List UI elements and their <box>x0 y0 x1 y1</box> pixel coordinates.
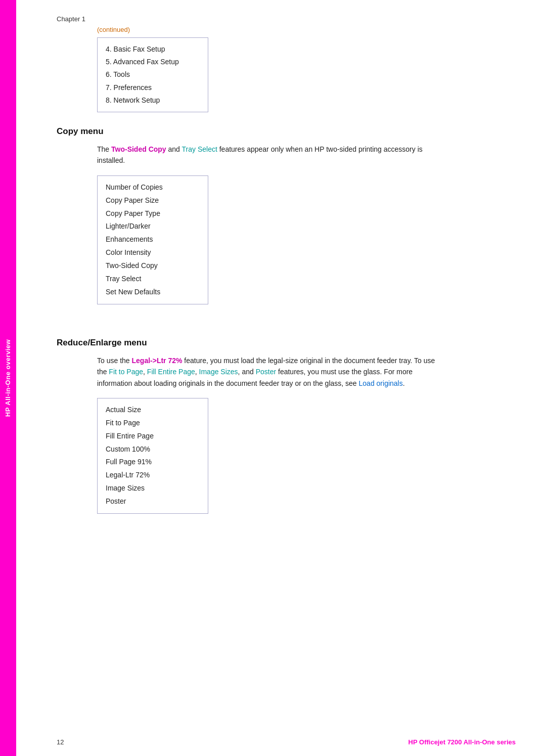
sidebar-tab-text: HP All-in-One overview <box>5 339 12 417</box>
intro-plain-1: The <box>97 145 111 153</box>
tray-select-highlight: Tray Select <box>182 145 217 153</box>
page-container: HP All-in-One overview Chapter 1 (contin… <box>0 0 546 756</box>
list-item: Poster <box>106 495 200 508</box>
list-item: Number of Copies <box>106 181 200 194</box>
list-item: 8. Network Setup <box>106 94 200 107</box>
list-item: Tray Select <box>106 273 200 286</box>
list-item: Lighter/Darker <box>106 220 200 233</box>
intro-plain-3: , <box>143 368 147 376</box>
list-item: Actual Size <box>106 404 200 417</box>
image-sizes-highlight: Image Sizes <box>199 368 238 376</box>
fill-entire-page-highlight: Fill Entire Page <box>147 368 195 376</box>
intro-plain-5: , and <box>238 368 256 376</box>
sidebar-tab: HP All-in-One overview <box>0 0 16 756</box>
continued-label: (continued) <box>97 26 516 33</box>
numbered-list: 4. Basic Fax Setup 5. Advanced Fax Setup… <box>106 43 200 107</box>
copy-menu-list-box: Number of Copies Copy Paper Size Copy Pa… <box>97 175 208 304</box>
intro-plain-4: , <box>195 368 199 376</box>
copy-menu-heading: Copy menu <box>57 126 516 137</box>
list-item: Two-Sided Copy <box>106 259 200 273</box>
poster-highlight: Poster <box>256 368 276 376</box>
list-item: Legal-Ltr 72% <box>106 469 200 482</box>
main-content: Chapter 1 (continued) 4. Basic Fax Setup… <box>16 0 546 577</box>
list-item: Image Sizes <box>106 482 200 495</box>
intro-plain-2: and <box>166 145 182 153</box>
footer-product-name: HP Officejet 7200 All-in-One series <box>408 738 516 746</box>
fit-to-page-highlight: Fit to Page <box>109 368 143 376</box>
list-item: Fill Entire Page <box>106 430 200 443</box>
list-item: Custom 100% <box>106 443 200 456</box>
list-item: Full Page 91% <box>106 456 200 469</box>
reduce-enlarge-menu-section: Reduce/Enlarge menu To use the Legal->Lt… <box>57 338 516 532</box>
intro-plain-1: To use the <box>97 357 132 365</box>
copy-menu-list: Number of Copies Copy Paper Size Copy Pa… <box>106 181 200 299</box>
list-item: Set New Defaults <box>106 286 200 299</box>
footer: 12 HP Officejet 7200 All-in-One series <box>16 738 546 746</box>
chapter-label: Chapter 1 <box>57 15 516 23</box>
reduce-enlarge-heading: Reduce/Enlarge menu <box>57 338 516 348</box>
list-item: 7. Preferences <box>106 81 200 94</box>
list-item: 6. Tools <box>106 68 200 81</box>
reduce-enlarge-list: Actual Size Fit to Page Fill Entire Page… <box>106 404 200 508</box>
load-originals-link[interactable]: Load originals <box>359 379 403 387</box>
intro-plain-7: . <box>403 379 405 387</box>
list-item: Enhancements <box>106 233 200 246</box>
list-item: Color Intensity <box>106 246 200 259</box>
copy-menu-intro: The Two-Sided Copy and Tray Select featu… <box>97 144 441 166</box>
reduce-enlarge-intro: To use the Legal->Ltr 72% feature, you m… <box>97 355 441 389</box>
legal-ltr-highlight: Legal->Ltr 72% <box>132 357 183 365</box>
two-sided-copy-highlight: Two-Sided Copy <box>111 145 166 153</box>
numbered-list-box: 4. Basic Fax Setup 5. Advanced Fax Setup… <box>97 37 208 112</box>
list-item: Fit to Page <box>106 417 200 430</box>
reduce-enlarge-list-box: Actual Size Fit to Page Fill Entire Page… <box>97 398 208 514</box>
list-item: Copy Paper Type <box>106 207 200 220</box>
footer-page-number: 12 <box>57 738 64 746</box>
list-item: 5. Advanced Fax Setup <box>106 56 200 68</box>
list-item: 4. Basic Fax Setup <box>106 43 200 56</box>
copy-menu-section: Copy menu The Two-Sided Copy and Tray Se… <box>57 126 516 323</box>
list-item: Copy Paper Size <box>106 194 200 207</box>
